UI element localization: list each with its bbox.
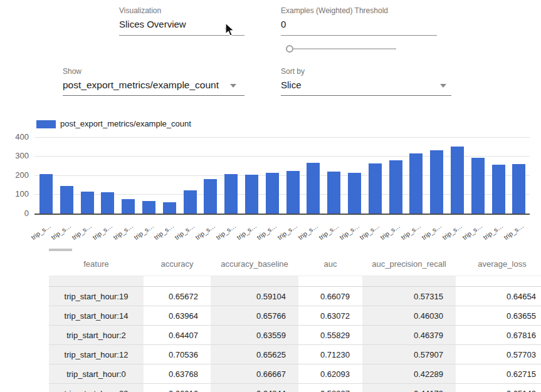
- bar[interactable]: [348, 173, 361, 214]
- table-row[interactable]: trip_start_hour:20.644070.635590.558290.…: [49, 326, 541, 345]
- cell-feature[interactable]: trip_start_hour:0: [49, 364, 144, 384]
- cell-accuracy_baseline[interactable]: 0.59104: [211, 287, 298, 306]
- column-header-feature[interactable]: feature: [49, 252, 144, 276]
- show-label: Show: [63, 67, 244, 76]
- cell-accuracy[interactable]: 0.63964: [144, 306, 211, 326]
- threshold-input[interactable]: Examples (Weighted) Threshold 0: [281, 6, 437, 29]
- cell-auc_precision_recall[interactable]: 0.57315: [362, 287, 456, 306]
- column-header-accuracy[interactable]: accuracy: [144, 252, 211, 276]
- bar[interactable]: [512, 164, 525, 214]
- cell-accuracy[interactable]: 0.65672: [144, 287, 211, 306]
- cell-feature[interactable]: trip_start_hour:14: [49, 306, 144, 326]
- bar[interactable]: [245, 175, 258, 214]
- cell-average_loss[interactable]: 0.64654: [456, 287, 541, 306]
- filter-cell: [211, 276, 298, 287]
- cell-feature[interactable]: trip_start_hour:19: [49, 287, 144, 306]
- cell-auc[interactable]: 0.58337: [298, 384, 362, 392]
- cell-accuracy[interactable]: 0.63768: [144, 364, 211, 384]
- cell-auc[interactable]: 0.55829: [298, 326, 362, 345]
- table-row[interactable]: trip_start_hour:140.639640.657660.630720…: [49, 306, 541, 326]
- metrics-table-container: featureaccuracyaccuracy_baselineaucauc_p…: [49, 248, 541, 392]
- y-tick-label: 400: [1, 132, 29, 142]
- cell-accuracy_baseline[interactable]: 0.64844: [211, 384, 298, 392]
- sort-by-value: Slice: [281, 80, 451, 90]
- cell-average_loss[interactable]: 0.67816: [456, 326, 541, 345]
- cell-accuracy_baseline[interactable]: 0.65766: [211, 306, 298, 326]
- cell-feature[interactable]: trip_start_hour:2: [49, 326, 144, 345]
- cell-average_loss[interactable]: 0.57703: [456, 345, 541, 364]
- table-row[interactable]: trip_start_hour:190.656720.591040.660790…: [49, 287, 541, 306]
- cell-accuracy_baseline[interactable]: 0.65625: [211, 345, 298, 364]
- bar[interactable]: [163, 202, 176, 214]
- bar[interactable]: [369, 163, 382, 214]
- bar[interactable]: [224, 174, 238, 214]
- filter-cell: [298, 276, 362, 287]
- threshold-underline: [281, 35, 437, 36]
- threshold-label: Examples (Weighted) Threshold: [281, 6, 437, 15]
- cell-average_loss[interactable]: 0.63655: [456, 306, 541, 326]
- legend-swatch: [36, 120, 56, 128]
- bar[interactable]: [81, 192, 94, 214]
- cell-feature[interactable]: trip_start_hour:23: [49, 384, 144, 392]
- legend-label: post_export_metrics/example_count: [60, 119, 191, 128]
- cell-auc_precision_recall[interactable]: 0.42289: [362, 364, 456, 384]
- bar[interactable]: [101, 192, 114, 214]
- bar[interactable]: [307, 163, 320, 214]
- bar[interactable]: [60, 186, 73, 214]
- show-select[interactable]: Show post_export_metrics/example_count: [63, 67, 244, 91]
- mouse-cursor-icon: [224, 23, 235, 39]
- filter-cell: [362, 276, 456, 287]
- cell-auc_precision_recall[interactable]: 0.46379: [362, 326, 456, 345]
- cell-auc[interactable]: 0.63072: [298, 306, 362, 326]
- table-row[interactable]: trip_start_hour:00.637680.666670.620930.…: [49, 364, 541, 384]
- cell-accuracy[interactable]: 0.66016: [144, 384, 211, 392]
- bar[interactable]: [409, 153, 423, 214]
- table-row[interactable]: trip_start_hour:230.660160.648440.583370…: [49, 384, 541, 392]
- cell-accuracy_baseline[interactable]: 0.63559: [211, 326, 298, 345]
- column-header-auc[interactable]: auc: [298, 252, 362, 276]
- column-header-accuracy_baseline[interactable]: accuracy_baseline: [211, 252, 298, 276]
- bar[interactable]: [39, 174, 53, 214]
- visualization-label: Visualization: [119, 6, 244, 15]
- scrollbar-thumb[interactable]: [49, 249, 72, 251]
- cell-auc_precision_recall[interactable]: 0.46030: [362, 306, 456, 326]
- bar[interactable]: [389, 160, 402, 214]
- bar[interactable]: [430, 150, 443, 214]
- cell-accuracy[interactable]: 0.64407: [144, 326, 211, 345]
- bar[interactable]: [122, 199, 135, 214]
- slider-knob[interactable]: [286, 45, 293, 53]
- bar[interactable]: [184, 190, 197, 214]
- cell-accuracy_baseline[interactable]: 0.66667: [211, 364, 298, 384]
- x-axis-line: [34, 214, 530, 215]
- show-underline: [63, 95, 244, 96]
- bar[interactable]: [327, 172, 340, 214]
- bar[interactable]: [142, 201, 155, 214]
- bar[interactable]: [492, 165, 505, 214]
- cell-auc_precision_recall[interactable]: 0.44173: [362, 384, 456, 392]
- chevron-down-icon: [440, 84, 446, 88]
- column-header-average_loss[interactable]: average_loss: [456, 252, 541, 276]
- cell-accuracy[interactable]: 0.70536: [144, 345, 211, 364]
- y-tick-label: 100: [1, 189, 29, 199]
- bar[interactable]: [471, 158, 485, 214]
- cell-auc[interactable]: 0.62093: [298, 364, 362, 384]
- column-header-auc_precision_recall[interactable]: auc_precision_recall: [362, 252, 456, 276]
- cell-auc_precision_recall[interactable]: 0.57907: [362, 345, 456, 364]
- cell-average_loss[interactable]: 0.65142: [456, 384, 541, 392]
- bar[interactable]: [266, 173, 279, 214]
- cell-auc[interactable]: 0.71230: [298, 345, 362, 364]
- filter-cell: [456, 276, 541, 287]
- sort-by-label: Sort by: [281, 67, 451, 76]
- bar[interactable]: [204, 179, 217, 214]
- chevron-down-icon: [230, 84, 236, 88]
- sort-by-select[interactable]: Sort by Slice: [281, 67, 451, 90]
- y-tick-label: 200: [1, 170, 29, 180]
- cell-feature[interactable]: trip_start_hour:12: [49, 345, 144, 364]
- y-tick-label: 0: [1, 209, 29, 218]
- cell-auc[interactable]: 0.66079: [298, 287, 362, 306]
- cell-average_loss[interactable]: 0.62715: [456, 364, 541, 384]
- bar[interactable]: [451, 147, 464, 214]
- bar[interactable]: [286, 171, 300, 214]
- table-row[interactable]: trip_start_hour:120.705360.656250.712300…: [49, 345, 541, 364]
- slider-track[interactable]: [293, 48, 396, 49]
